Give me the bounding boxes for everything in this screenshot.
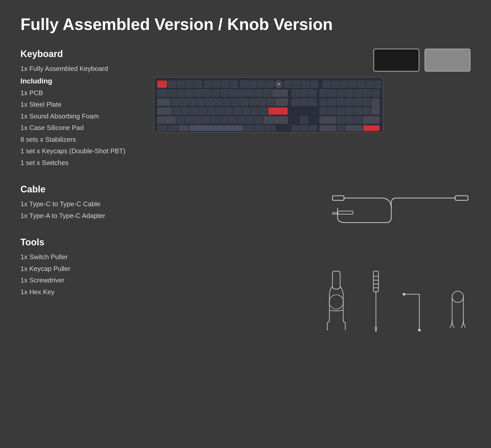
cable-section-title: Cable [20, 184, 143, 195]
svg-rect-10 [240, 81, 248, 88]
svg-rect-34 [220, 90, 228, 97]
svg-rect-80 [207, 107, 215, 115]
svg-rect-104 [255, 116, 263, 124]
svg-rect-8 [221, 81, 229, 88]
svg-rect-85 [251, 107, 259, 115]
svg-rect-1 [157, 81, 167, 88]
svg-rect-58 [223, 99, 231, 106]
cable-section: Cable 1x Type-C to Type-C Cable 1x Type-… [20, 184, 143, 222]
svg-rect-88 [320, 107, 327, 115]
svg-rect-43 [309, 90, 317, 97]
svg-rect-47 [346, 90, 353, 97]
svg-rect-77 [181, 107, 189, 115]
svg-rect-23 [349, 81, 356, 88]
page-title: Fully Assembled Version / Knob Version [20, 15, 471, 33]
keycap-swatches [153, 49, 471, 72]
svg-rect-63 [267, 99, 274, 106]
svg-rect-114 [179, 125, 188, 131]
svg-rect-67 [309, 99, 317, 106]
svg-rect-50 [372, 90, 380, 97]
svg-rect-19 [310, 81, 318, 88]
svg-rect-9 [230, 81, 238, 88]
svg-rect-83 [233, 107, 241, 115]
svg-point-130 [329, 295, 343, 309]
svg-rect-22 [340, 81, 348, 88]
svg-rect-79 [199, 107, 206, 115]
svg-rect-90 [337, 107, 345, 115]
svg-point-141 [418, 329, 420, 331]
keycap-swatch-black [373, 49, 419, 72]
svg-rect-42 [300, 90, 308, 97]
svg-rect-68 [320, 99, 327, 106]
keyboard-section-title: Keyboard [20, 49, 143, 59]
tools-section-title: Tools [20, 237, 143, 248]
svg-rect-81 [216, 107, 224, 115]
svg-rect-37 [246, 90, 254, 97]
svg-rect-112 [157, 125, 167, 131]
svg-rect-3 [177, 81, 185, 88]
svg-rect-75 [157, 107, 172, 115]
cable-item-2: 1x Type-A to Type-C Adapter [20, 210, 143, 222]
keyboard-item-including: Including [20, 75, 143, 87]
svg-rect-84 [242, 107, 250, 115]
keyboard-item-switches: 1 set x Switches [20, 157, 143, 169]
svg-rect-59 [232, 99, 240, 106]
svg-rect-102 [238, 116, 245, 124]
svg-rect-109 [346, 116, 353, 124]
cable-illustration [330, 177, 471, 228]
svg-rect-32 [203, 90, 210, 97]
keycap-swatch-gray [425, 49, 471, 72]
svg-rect-127 [455, 196, 468, 200]
svg-rect-40 [272, 90, 288, 97]
content-layout: Keyboard 1x Fully Assembled Keyboard Inc… [20, 49, 471, 313]
keyboard-svg [153, 77, 384, 133]
svg-rect-108 [337, 116, 345, 124]
svg-rect-51 [157, 99, 170, 106]
keyboard-item-pad: 1x Case Silicone Pad [20, 122, 143, 134]
keyboard-section: Keyboard 1x Fully Assembled Keyboard Inc… [20, 49, 143, 169]
svg-rect-62 [258, 99, 266, 106]
svg-rect-48 [354, 90, 362, 97]
keyboard-item-pcb: 1x PCB [20, 87, 143, 99]
keyboard-item-keycaps: 1 set x Keycaps (Double-Shot PBT) [20, 145, 143, 157]
hex-key-svg [399, 289, 430, 340]
svg-rect-72 [354, 99, 362, 106]
cable-item-1: 1x Type-C to Type-C Cable [20, 198, 143, 210]
svg-rect-26 [375, 81, 381, 88]
svg-rect-21 [331, 81, 339, 88]
svg-rect-121 [309, 125, 317, 131]
svg-rect-41 [292, 90, 299, 97]
svg-rect-36 [238, 90, 245, 97]
tools-item-3: 1x Screwdriver [20, 275, 143, 286]
svg-rect-95 [177, 116, 184, 124]
svg-rect-12 [257, 81, 265, 88]
svg-rect-73 [363, 99, 371, 106]
keyboard-item-1: 1x Fully Assembled Keyboard [20, 63, 143, 75]
svg-rect-107 [320, 116, 336, 124]
svg-rect-92 [354, 107, 362, 115]
svg-rect-115 [189, 125, 243, 131]
svg-rect-16 [284, 81, 292, 88]
svg-rect-39 [264, 90, 271, 97]
tools-illustration [320, 269, 471, 340]
svg-rect-125 [363, 125, 380, 131]
page-container: Fully Assembled Version / Knob Version K… [20, 15, 471, 313]
svg-rect-25 [366, 81, 374, 88]
svg-rect-86 [260, 107, 267, 115]
keyboard-item-foam: 1x Sound Absorbing Foam [20, 111, 143, 122]
svg-rect-18 [302, 81, 309, 88]
svg-rect-52 [171, 99, 179, 106]
keyboard-item-plate: 1x Steel Plate [20, 99, 143, 111]
svg-rect-29 [177, 90, 184, 97]
svg-rect-111 [363, 116, 380, 124]
svg-rect-89 [328, 107, 336, 115]
switch-puller-svg [320, 269, 353, 340]
svg-rect-100 [220, 116, 228, 124]
svg-rect-61 [249, 99, 257, 106]
keyboard-item-stabs: 8 sets x Stabilizers [20, 134, 143, 146]
svg-point-140 [403, 293, 405, 295]
svg-rect-49 [363, 90, 371, 97]
svg-rect-66 [300, 99, 308, 106]
tools-item-1: 1x Switch Puller [20, 251, 143, 263]
svg-rect-17 [293, 81, 301, 88]
